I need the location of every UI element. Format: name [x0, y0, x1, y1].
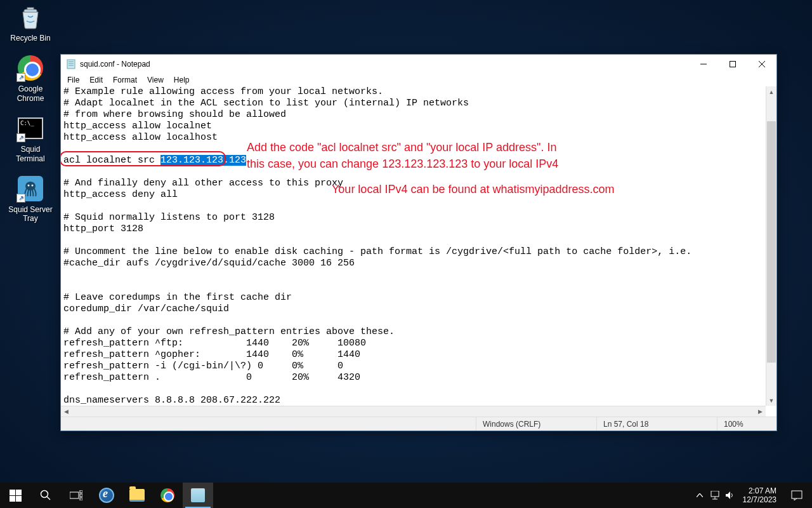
- squid-icon: ↗: [16, 175, 44, 203]
- chrome-icon: ↗: [16, 54, 44, 82]
- svg-rect-17: [80, 498, 82, 500]
- status-zoom: 100%: [717, 417, 776, 431]
- menu-format[interactable]: Format: [108, 75, 142, 85]
- tray-chevron-up-icon[interactable]: [692, 483, 707, 508]
- notepad-icon: [66, 59, 76, 69]
- shortcut-arrow-icon: ↗: [16, 194, 25, 203]
- taskbar-app-explorer[interactable]: [122, 483, 152, 508]
- clock-time: 2:07 AM: [743, 486, 776, 495]
- svg-rect-9: [730, 62, 736, 67]
- menu-file[interactable]: File: [62, 75, 84, 85]
- shortcut-arrow-icon: ↗: [16, 133, 25, 142]
- svg-rect-4: [67, 60, 75, 69]
- taskbar-app-chrome[interactable]: [152, 483, 183, 508]
- menu-view[interactable]: View: [142, 75, 169, 85]
- recycle-bin-icon: [16, 3, 44, 31]
- status-position: Ln 57, Col 18: [596, 417, 717, 431]
- tray-network-icon[interactable]: [707, 483, 723, 508]
- titlebar[interactable]: squid.conf - Notepad: [61, 55, 776, 74]
- notification-icon: [791, 490, 802, 500]
- statusbar: Windows (CRLF) Ln 57, Col 18 100%: [61, 417, 776, 431]
- minimize-button[interactable]: [689, 55, 718, 74]
- scroll-right-arrow-icon[interactable]: ▶: [755, 406, 766, 417]
- notepad-window: squid.conf - Notepad File Edit Format Vi…: [60, 54, 777, 431]
- notepad-icon: [191, 488, 205, 502]
- windows-logo-icon: [10, 490, 22, 502]
- taskbar-app-edge[interactable]: [91, 483, 122, 508]
- desktop-icon-squid-server-tray[interactable]: ↗ Squid Server Tray: [6, 175, 55, 224]
- scroll-up-arrow-icon[interactable]: ▲: [766, 86, 776, 97]
- vertical-scrollbar[interactable]: ▲ ▼: [766, 86, 776, 406]
- file-explorer-icon: [129, 489, 145, 502]
- search-button[interactable]: [30, 483, 61, 508]
- svg-rect-21: [792, 491, 802, 498]
- desktop-icon-label: Squid Terminal: [6, 145, 55, 163]
- window-controls: [689, 55, 776, 74]
- svg-rect-0: [27, 8, 34, 10]
- svg-point-2: [28, 184, 30, 186]
- menubar: File Edit Format View Help: [61, 74, 776, 86]
- svg-point-12: [41, 491, 48, 498]
- taskbar-app-notepad[interactable]: [183, 483, 213, 508]
- scroll-thumb[interactable]: [767, 121, 776, 363]
- desktop-icon-label: Squid Server Tray: [6, 205, 55, 224]
- editor-area: # Example rule allowing access from your…: [61, 86, 776, 417]
- menu-edit[interactable]: Edit: [84, 75, 108, 85]
- desktop-icon-recycle-bin[interactable]: Recycle Bin: [6, 3, 55, 43]
- desktop-icon-chrome[interactable]: ↗ Google Chrome: [6, 54, 55, 103]
- close-button[interactable]: [747, 55, 776, 74]
- taskbar-clock[interactable]: 2:07 AM 12/7/2023: [738, 486, 782, 505]
- editor-content[interactable]: # Example rule allowing access from your…: [61, 86, 766, 406]
- taskbar: 2:07 AM 12/7/2023: [0, 483, 812, 508]
- scroll-down-arrow-icon[interactable]: ▼: [766, 395, 776, 406]
- svg-point-3: [32, 184, 34, 186]
- clock-date: 12/7/2023: [743, 495, 776, 504]
- svg-line-13: [47, 497, 50, 500]
- chrome-icon: [160, 488, 174, 502]
- desktop-icons: Recycle Bin ↗ Google Chrome C:\_ ↗ Squid…: [6, 3, 55, 235]
- horizontal-scrollbar[interactable]: ◀ ▶: [61, 406, 766, 417]
- menu-help[interactable]: Help: [169, 75, 195, 85]
- shortcut-arrow-icon: ↗: [16, 73, 25, 82]
- desktop-icon-label: Recycle Bin: [10, 34, 50, 43]
- scroll-left-arrow-icon[interactable]: ◀: [61, 406, 72, 417]
- svg-rect-18: [711, 491, 719, 497]
- maximize-button[interactable]: [718, 55, 747, 74]
- task-view-icon: [70, 490, 82, 500]
- status-encoding: Windows (CRLF): [476, 417, 596, 431]
- tray-volume-icon[interactable]: [723, 483, 738, 508]
- search-icon: [40, 490, 51, 501]
- desktop-icon-label: Google Chrome: [6, 84, 55, 103]
- edge-icon: [99, 488, 114, 503]
- terminal-icon: C:\_ ↗: [16, 114, 44, 142]
- desktop-icon-squid-terminal[interactable]: C:\_ ↗ Squid Terminal: [6, 114, 55, 163]
- system-tray: 2:07 AM 12/7/2023: [692, 483, 812, 508]
- window-title: squid.conf - Notepad: [80, 60, 689, 69]
- notifications-button[interactable]: [782, 483, 812, 508]
- task-view-button[interactable]: [61, 483, 91, 508]
- svg-rect-15: [80, 490, 82, 493]
- svg-rect-16: [80, 494, 82, 497]
- svg-rect-14: [70, 492, 79, 498]
- start-button[interactable]: [0, 483, 30, 508]
